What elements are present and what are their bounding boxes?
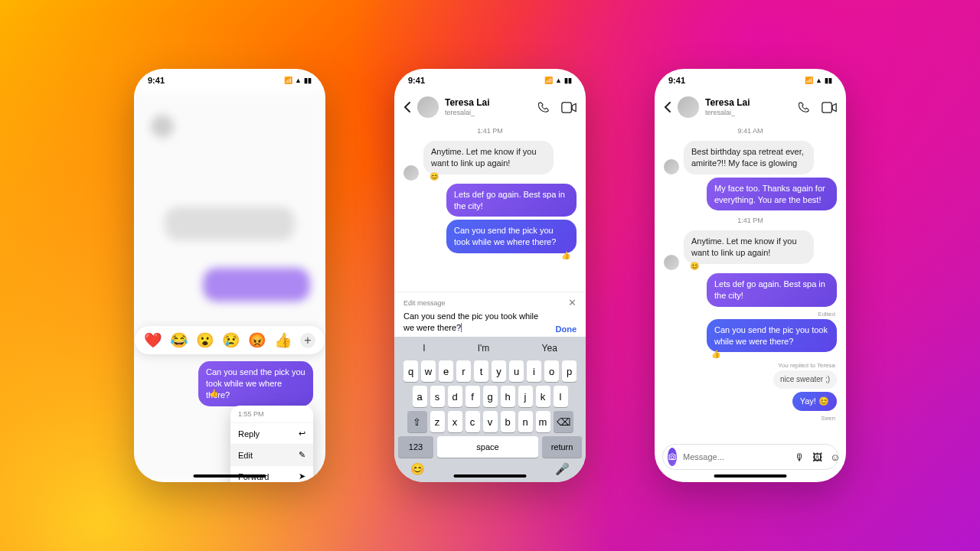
keyboard[interactable]: I I'm Yea qwertyuiop asdfghjkl ⇧ zxcvbnm…: [394, 337, 586, 482]
key[interactable]: l: [554, 386, 568, 407]
key[interactable]: h: [501, 386, 515, 407]
react-more-icon[interactable]: +: [300, 333, 315, 348]
dm-header: Teresa Lai teresalai_: [394, 92, 586, 122]
sticker-icon[interactable]: ☺: [830, 452, 840, 463]
avatar[interactable]: [678, 96, 699, 118]
key[interactable]: b: [501, 411, 515, 432]
avatar[interactable]: [417, 96, 439, 118]
timestamp: 1:41 PM: [655, 217, 846, 224]
outgoing-row: My face too. Thanks again for everything…: [655, 176, 846, 213]
suggestion[interactable]: Yea: [542, 343, 557, 354]
call-icon[interactable]: [537, 101, 550, 114]
close-icon[interactable]: ✕: [568, 297, 577, 308]
context-menu[interactable]: 1:55 PM Reply↩︎ Edit✎ Forward➤ Copy⧉ Uns…: [230, 406, 313, 482]
react-sad[interactable]: 😢: [222, 331, 240, 349]
return-key[interactable]: return: [542, 436, 582, 458]
menu-reply[interactable]: Reply↩︎: [230, 422, 313, 444]
suggestion-row[interactable]: I I'm Yea: [397, 340, 583, 357]
message-bubble[interactable]: Lets def go again. Best spa in the city!: [707, 273, 837, 307]
message-bubble[interactable]: Lets def go again. Best spa in the city!: [446, 184, 577, 217]
message-bubble[interactable]: Can you send the pic you took while we w…: [707, 319, 837, 353]
key[interactable]: g: [483, 386, 498, 407]
space-key[interactable]: space: [437, 436, 538, 458]
key[interactable]: o: [544, 360, 559, 382]
message-bubble[interactable]: Can you send the pick you took while we …: [446, 220, 577, 253]
video-icon[interactable]: [822, 102, 837, 113]
incoming-row: Anytime. Let me know if you want to link…: [655, 229, 846, 272]
mic-icon[interactable]: 🎤: [555, 462, 570, 476]
contact-username: teresalai_: [705, 109, 750, 116]
back-icon[interactable]: [403, 101, 411, 113]
contact-block[interactable]: Teresa Lai teresalai_: [705, 98, 750, 116]
react-thumbsup[interactable]: 👍: [274, 331, 292, 349]
key[interactable]: c: [466, 411, 480, 432]
react-laugh[interactable]: 😂: [170, 331, 188, 349]
clock: 9:41: [408, 76, 425, 85]
status-icons: 📶▲▮▮: [805, 77, 832, 84]
key[interactable]: z: [430, 411, 445, 432]
call-icon[interactable]: [798, 101, 811, 114]
phone-result: 9:41 📶▲▮▮ Teresa Lai teresalai_ 9:41 AM …: [655, 69, 846, 482]
video-icon[interactable]: [561, 102, 577, 113]
message-bubble[interactable]: My face too. Thanks again for everything…: [707, 178, 837, 211]
key[interactable]: s: [430, 386, 445, 407]
outgoing-row: Lets def go again. Best spa in the city!: [394, 182, 586, 219]
timestamp: 9:41 AM: [655, 127, 846, 135]
menu-forward[interactable]: Forward➤: [230, 465, 313, 482]
message-bubble[interactable]: Yay! 😊: [792, 392, 837, 411]
key[interactable]: a: [413, 386, 427, 407]
emoji-key[interactable]: 😊: [410, 462, 425, 476]
key[interactable]: v: [483, 411, 498, 432]
react-angry[interactable]: 😡: [248, 331, 266, 349]
key[interactable]: q: [403, 360, 418, 382]
numbers-key[interactable]: 123: [398, 436, 433, 458]
key[interactable]: p: [562, 360, 577, 382]
done-button[interactable]: Done: [556, 324, 577, 334]
home-indicator[interactable]: [194, 474, 266, 478]
home-indicator[interactable]: [454, 474, 527, 478]
key[interactable]: r: [456, 360, 471, 382]
message-composer[interactable]: 🎙 🖼 ☺: [662, 444, 838, 470]
message-bubble[interactable]: Anytime. Let me know if you want to link…: [684, 230, 814, 264]
react-heart[interactable]: ❤️: [144, 331, 162, 349]
key[interactable]: x: [448, 411, 462, 432]
key[interactable]: i: [527, 360, 541, 382]
reaction: 👍: [711, 350, 837, 358]
message-bubble[interactable]: Best birthday spa retreat ever, amirite?…: [684, 141, 814, 174]
dm-header: Teresa Lai teresalai_: [655, 92, 846, 122]
key[interactable]: f: [466, 386, 480, 407]
battery-icon: ▮▮: [304, 77, 312, 84]
suggestion[interactable]: I: [423, 343, 425, 354]
signal-icon: 📶: [284, 77, 292, 84]
menu-edit[interactable]: Edit✎: [230, 444, 313, 465]
backspace-key[interactable]: ⌫: [554, 411, 573, 432]
contact-block[interactable]: Teresa Lai teresalai_: [445, 98, 489, 116]
key[interactable]: w: [421, 360, 436, 382]
camera-button[interactable]: [668, 448, 677, 466]
shift-key[interactable]: ⇧: [407, 411, 427, 432]
key[interactable]: d: [448, 386, 462, 407]
message-bubble[interactable]: Anytime. Let me know if you want to link…: [423, 141, 554, 174]
key[interactable]: e: [439, 360, 453, 382]
key[interactable]: j: [518, 386, 533, 407]
react-wow[interactable]: 😮: [196, 331, 214, 349]
key[interactable]: y: [492, 360, 506, 382]
back-icon[interactable]: [664, 101, 671, 113]
key[interactable]: k: [536, 386, 550, 407]
key[interactable]: n: [518, 411, 533, 432]
wifi-icon: ▲: [295, 77, 302, 84]
reply-icon: ↩︎: [299, 429, 305, 439]
key[interactable]: u: [509, 360, 524, 382]
photo-icon[interactable]: 🖼: [812, 452, 822, 463]
edit-input[interactable]: Can you send the pic you took while we w…: [403, 311, 551, 334]
key[interactable]: t: [474, 360, 488, 382]
avatar: [664, 255, 679, 270]
reaction-bar[interactable]: ❤️ 😂 😮 😢 😡 👍 +: [135, 326, 325, 354]
suggestion[interactable]: I'm: [478, 343, 490, 354]
key[interactable]: m: [536, 411, 550, 432]
mic-icon[interactable]: 🎙: [795, 452, 805, 463]
message-input[interactable]: [683, 452, 789, 461]
contact-name: Teresa Lai: [705, 98, 750, 108]
outgoing-row: Yay! 😊: [655, 390, 846, 412]
home-indicator[interactable]: [714, 474, 787, 478]
